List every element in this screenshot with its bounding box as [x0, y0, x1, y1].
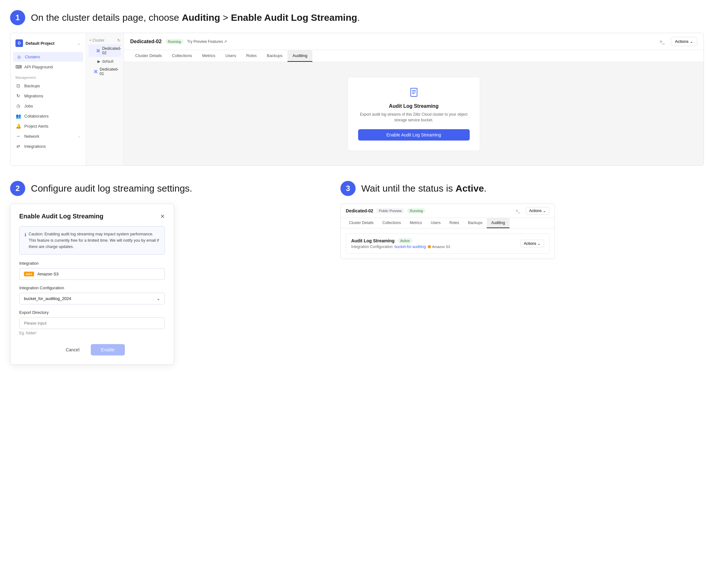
tab-cluster-details[interactable]: Cluster Details	[130, 50, 167, 62]
integration-config-select[interactable]: bucket_for_auditlog_2024 ⌄	[19, 293, 165, 304]
sidebar-item-network[interactable]: ↔ Network ⌄	[11, 131, 86, 141]
cluster-icon2: ⌘	[94, 69, 98, 74]
step3-tab-users[interactable]: Users	[426, 218, 445, 228]
step1-screenshot: D Default Project ⌄ ◎ Clusters ⌨ API Pla…	[10, 33, 704, 166]
sidebar-item-clusters[interactable]: ◎ Clusters	[13, 52, 83, 62]
network-icon: ↔	[16, 133, 21, 139]
actions-button[interactable]: Actions ⌄	[671, 37, 697, 46]
collaborators-icon: 👥	[16, 113, 21, 119]
sidebar-item-project-alerts[interactable]: 🔔 Project Alerts	[11, 121, 86, 131]
sidebar-project: D Default Project	[16, 39, 55, 47]
sidebar-item-backups[interactable]: ⊡ Backups	[11, 81, 86, 91]
step3-actions-button[interactable]: Actions ⌄	[526, 207, 549, 215]
integration-config-group: Integration Configuration bucket_for_aud…	[19, 286, 165, 304]
step3-header: 3 Wait until the status is Active.	[341, 181, 704, 196]
folder-icon: ▶	[97, 59, 100, 64]
cluster-dedicated02[interactable]: ⌘ Dedicated-02	[88, 44, 121, 57]
project-icon: D	[16, 39, 23, 47]
audit-actions-button[interactable]: Actions ⌄	[521, 240, 544, 247]
step3-terminal-icon[interactable]: >_	[516, 209, 520, 213]
tab-metrics[interactable]: Metrics	[197, 50, 220, 62]
cluster-dedicated01[interactable]: ⌘ Dedicated-01	[86, 65, 124, 78]
terminal-icon[interactable]: >_	[659, 39, 665, 44]
sidebar: D Default Project ⌄ ◎ Clusters ⌨ API Pla…	[11, 33, 86, 165]
main-area: Dedicated-02 Running Try Preview Feature…	[124, 33, 703, 165]
step3-circle: 3	[341, 181, 355, 196]
cancel-button[interactable]: Cancel	[59, 344, 86, 355]
sidebar-item-integrations[interactable]: ⇄ Integrations	[11, 141, 86, 151]
tab-collections[interactable]: Collections	[167, 50, 197, 62]
modal-title: Enable Audit Log Streaming	[19, 213, 103, 220]
alerts-icon: 🔔	[16, 124, 21, 129]
bucket-link[interactable]: bucket-for-auditing	[394, 245, 426, 249]
export-dir-label: Export Directory	[19, 310, 165, 315]
sidebar-item-migrations[interactable]: ↻ Migrations	[11, 91, 86, 101]
step3-section: 3 Wait until the status is Active. Dedic…	[341, 181, 704, 259]
try-preview-link[interactable]: Try Preview Features ↗	[187, 39, 227, 44]
clusters-icon: ◎	[16, 55, 22, 59]
cluster-default[interactable]: ▶ default	[86, 58, 124, 65]
sidebar-item-api-playground[interactable]: ⌨ API Playground	[11, 62, 86, 72]
export-dir-group: Export Directory Eg. folder/	[19, 310, 165, 335]
step3-tab-backups[interactable]: Backups	[463, 218, 487, 228]
enable-audit-streaming-button[interactable]: Enable Audit Log Streaming	[358, 129, 470, 141]
active-badge: Active	[398, 238, 412, 243]
enable-audit-modal: Enable Audit Log Streaming ✕ ℹ Caution: …	[10, 204, 174, 364]
close-icon[interactable]: ✕	[160, 214, 165, 219]
tab-roles[interactable]: Roles	[241, 50, 262, 62]
step3-tab-auditing[interactable]: Auditing	[487, 218, 509, 228]
export-dir-hint: Eg. folder/	[19, 331, 165, 335]
cluster-icon: ⌘	[96, 48, 100, 53]
audit-card-title: Audit Log Streaming	[358, 103, 470, 109]
step2-section: 2 Configure audit log streaming settings…	[10, 181, 325, 364]
integrations-icon: ⇄	[16, 144, 21, 149]
step2-title: Configure audit log streaming settings.	[31, 183, 192, 194]
tab-backups[interactable]: Backups	[262, 50, 287, 62]
running-badge: Running	[165, 39, 183, 44]
audit-card: Audit Log Streaming Export audit log str…	[348, 77, 480, 151]
bottom-row: 2 Configure audit log streaming settings…	[10, 181, 704, 364]
management-section: Management	[11, 72, 86, 81]
chevron-down-icon: ⌄	[690, 39, 693, 44]
tab-users[interactable]: Users	[220, 50, 241, 62]
info-icon: ℹ	[25, 231, 26, 250]
audit-card-desc: Export audit log streams of this Zilliz …	[358, 111, 470, 123]
step1-header: 1 On the cluster details page, choose Au…	[10, 10, 704, 25]
audit-row-meta: Integration Configuration bucket-for-aud…	[351, 245, 450, 249]
public-preview-badge: Public Preview	[376, 208, 404, 213]
sidebar-item-jobs[interactable]: ◷ Jobs	[11, 101, 86, 111]
export-dir-input[interactable]	[19, 317, 165, 329]
integration-label: Integration	[19, 261, 165, 266]
cluster-tree: + Cluster ↻ ⌘ Dedicated-02 ▶ default ⌘ D…	[86, 33, 124, 165]
cluster-name: Dedicated-02	[130, 39, 162, 44]
enable-button[interactable]: Enable	[91, 344, 125, 355]
modal-footer: Cancel Enable	[19, 344, 165, 355]
topbar: Dedicated-02 Running Try Preview Feature…	[124, 33, 703, 50]
step3-tab-collections[interactable]: Collections	[378, 218, 405, 228]
api-icon: ⌨	[16, 64, 21, 69]
integration-box: aws Amazon S3	[19, 268, 165, 280]
sidebar-top: D Default Project ⌄	[11, 37, 86, 52]
modal-header: Enable Audit Log Streaming ✕	[19, 213, 165, 220]
audit-card-icon	[358, 87, 470, 100]
step3-tab-roles[interactable]: Roles	[445, 218, 464, 228]
step3-content: Audit Log Streaming Active Integration C…	[341, 228, 554, 259]
step3-title: Wait until the status is Active.	[361, 183, 486, 194]
step1-title: On the cluster details page, choose Audi…	[31, 12, 360, 23]
step2-header: 2 Configure audit log streaming settings…	[10, 181, 325, 196]
tab-auditing[interactable]: Auditing	[287, 50, 312, 62]
sidebar-item-collaborators[interactable]: 👥 Collaborators	[11, 111, 86, 121]
content-area: Audit Log Streaming Export audit log str…	[124, 62, 703, 165]
step3-topbar: Dedicated-02 Public Preview Running >_ A…	[341, 204, 554, 218]
step2-circle: 2	[10, 181, 25, 196]
chevron-down-icon: ⌄	[543, 209, 546, 213]
jobs-icon: ◷	[16, 103, 21, 108]
s3-dot	[428, 245, 431, 248]
aws-badge: aws	[24, 272, 34, 276]
step3-tab-cluster-details[interactable]: Cluster Details	[345, 218, 378, 228]
step3-tab-metrics[interactable]: Metrics	[405, 218, 427, 228]
audit-row-left: Audit Log Streaming Active	[351, 238, 450, 243]
chevron-down-icon: ⌄	[157, 296, 160, 301]
audit-row-info: Audit Log Streaming Active Integration C…	[351, 238, 450, 249]
step3-tabs: Cluster Details Collections Metrics User…	[341, 218, 554, 228]
